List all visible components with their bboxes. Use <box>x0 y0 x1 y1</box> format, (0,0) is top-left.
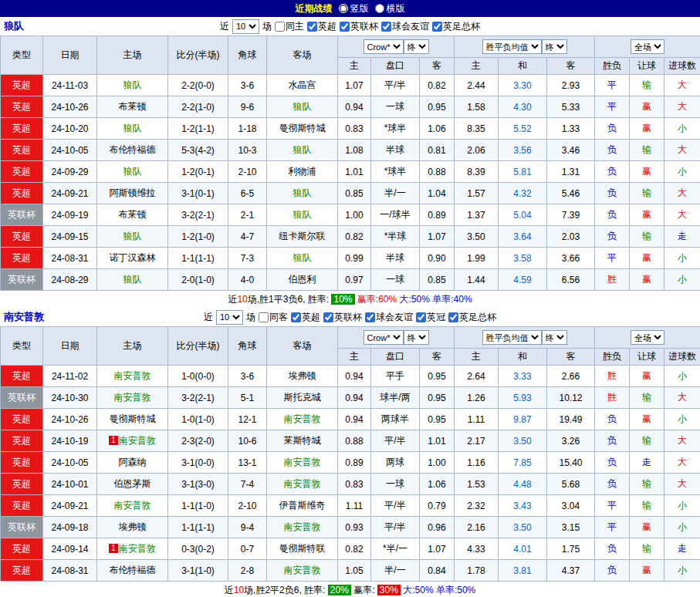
horizontal-radio[interactable] <box>375 4 384 13</box>
avg-draw: 5.81 <box>499 161 547 183</box>
match-date: 24-09-21 <box>43 183 97 204</box>
league-checkbox-0[interactable] <box>307 22 317 32</box>
avg-final-select[interactable]: 终 <box>542 39 567 54</box>
league-checkbox-4[interactable] <box>448 312 458 322</box>
odds-final-select[interactable]: 终 <box>404 330 429 345</box>
score: 2-0(1-0) <box>168 269 228 291</box>
home-team: 布莱顿 <box>97 96 168 118</box>
home-team-name: 布伦特福德 <box>110 565 156 575</box>
odds-away: 1.01 <box>420 430 455 452</box>
avg-home: 1.99 <box>455 248 499 269</box>
away-team-name: 伯恩利 <box>289 274 316 285</box>
league-option-0[interactable]: 英超 <box>291 311 320 324</box>
league-badge: 英超 <box>1 474 43 495</box>
team-section-0: 狼队近10场同主英超英联杯球会友谊英足总杯类型日期主场比分(半场)角球客场Cro… <box>0 17 700 308</box>
league-option-2[interactable]: 球会友谊 <box>365 311 413 324</box>
odds-home: 0.97 <box>338 269 371 291</box>
avg-home: 2.64 <box>455 366 499 387</box>
games-label: 场 <box>246 311 255 324</box>
odds-away: 0.88 <box>420 161 455 183</box>
avg-away: 3.46 <box>547 140 595 161</box>
avg-type-select[interactable]: 胜平负均值 <box>482 39 542 54</box>
summary-segment: 赢率: <box>351 585 377 595</box>
league-option-4[interactable]: 英足总杯 <box>448 311 496 324</box>
match-row: 英超24-10-26曼彻斯特城1-0(1-0)12-1南安普敦0.94两球半0.… <box>1 409 700 430</box>
same-venue-option[interactable]: 同主 <box>275 20 304 33</box>
vertical-radio[interactable] <box>339 4 348 13</box>
away-team: 纽卡斯尔联 <box>267 226 338 248</box>
odds-handicap: 平/半 <box>371 75 420 96</box>
league-checkbox-label: 球会友谊 <box>376 311 413 324</box>
league-option-1[interactable]: 英联杯 <box>340 20 378 33</box>
team-section-1: 南安普敦近10场同客英超英联杯球会友谊英冠英足总杯类型日期主场比分(半场)角球客… <box>0 308 700 597</box>
recent-count-select[interactable]: 10 <box>232 19 259 34</box>
league-badge: 英联杯 <box>1 204 43 226</box>
avg-away: 1.33 <box>547 118 595 140</box>
league-checkbox-3[interactable] <box>416 312 426 322</box>
league-checkbox-0[interactable] <box>291 312 301 322</box>
col-header-5: 客场 <box>267 327 338 366</box>
home-team-name: 狼队 <box>123 166 142 177</box>
league-badge: 英超 <box>1 96 43 118</box>
away-team-name: 狼队 <box>293 101 312 112</box>
odds-handicap: 球半/两 <box>371 387 420 409</box>
home-team-name: 伯恩茅斯 <box>114 478 151 489</box>
odds-company-select[interactable]: Crow* <box>364 330 404 345</box>
league-checkbox-3[interactable] <box>432 22 442 32</box>
odds-group-header: Crow*终 <box>338 327 455 349</box>
league-option-3[interactable]: 英冠 <box>416 311 445 324</box>
same-venue-checkbox[interactable] <box>275 22 285 32</box>
sub-header-1: 盘口 <box>371 349 420 366</box>
home-team-name: 狼队 <box>123 123 142 133</box>
league-option-0[interactable]: 英超 <box>307 20 336 33</box>
league-checkbox-1[interactable] <box>340 22 350 32</box>
result-handicap: 赢 <box>630 118 664 140</box>
avg-draw: 7.85 <box>499 452 547 474</box>
odds-home: 0.82 <box>338 538 371 560</box>
avg-type-select[interactable]: 胜平负均值 <box>482 330 542 345</box>
corner-score: 4-7 <box>228 226 267 248</box>
match-date: 24-09-29 <box>43 161 97 183</box>
match-row: 英联杯24-10-30南安普敦3-2(2-1)5-1斯托克城0.94球半/两0.… <box>1 387 700 409</box>
away-team-name: 曼彻斯特联 <box>279 543 326 554</box>
league-checkbox-1[interactable] <box>323 312 333 322</box>
away-team: 狼队 <box>267 96 338 118</box>
away-team: 伯恩利 <box>267 269 338 291</box>
scope-select[interactable]: 全场 <box>631 39 664 54</box>
odds-away: 0.90 <box>420 248 455 269</box>
score: 1-2(0-1) <box>168 161 228 183</box>
section-head: 南安普敦近10场同客英超英联杯球会友谊英冠英足总杯 <box>0 308 700 326</box>
score: 2-2(1-0) <box>168 96 228 118</box>
tr: 类型日期主场比分(半场)角球客场Crow*终胜平负均值终全场 <box>1 36 700 58</box>
league-badge: 英联杯 <box>1 517 43 538</box>
same-venue-checkbox[interactable] <box>259 312 269 322</box>
league-option-1[interactable]: 英联杯 <box>323 311 362 324</box>
scope-select[interactable]: 全场 <box>631 330 664 345</box>
league-checkbox-2[interactable] <box>381 22 391 32</box>
odds-company-select[interactable]: Crow* <box>364 39 404 54</box>
odds-home: 0.99 <box>338 248 371 269</box>
avg-final-select[interactable]: 终 <box>542 330 567 345</box>
result-goals: 大 <box>664 140 700 161</box>
away-team-name: 斯托克城 <box>284 392 321 403</box>
results-table: 类型日期主场比分(半场)角球客场Crow*终胜平负均值终全场主盘口客主和客胜负让… <box>0 326 700 582</box>
league-option-2[interactable]: 球会友谊 <box>381 20 429 33</box>
league-option-3[interactable]: 英足总杯 <box>432 20 480 33</box>
odds-handicap: 半球 <box>371 248 420 269</box>
away-team-name: 狼队 <box>293 252 312 263</box>
sub-header-1: 盘口 <box>371 58 420 75</box>
odds-away: 1.07 <box>420 226 455 248</box>
recent-count-select[interactable]: 10 <box>216 310 243 325</box>
odds-final-select[interactable]: 终 <box>404 39 429 54</box>
vertical-option[interactable]: 竖版 <box>339 2 369 15</box>
same-venue-label: 同主 <box>286 20 304 33</box>
horizontal-option[interactable]: 横版 <box>375 2 405 15</box>
avg-home: 1.53 <box>455 474 499 495</box>
odds-home: 0.94 <box>338 96 371 118</box>
odds-handicap: 一球 <box>371 96 420 118</box>
same-venue-option[interactable]: 同客 <box>259 311 288 324</box>
home-team: 南安普敦 <box>97 387 168 409</box>
league-checkbox-2[interactable] <box>365 312 375 322</box>
result-outcome: 平 <box>595 248 630 269</box>
match-date: 24-08-31 <box>43 248 97 269</box>
